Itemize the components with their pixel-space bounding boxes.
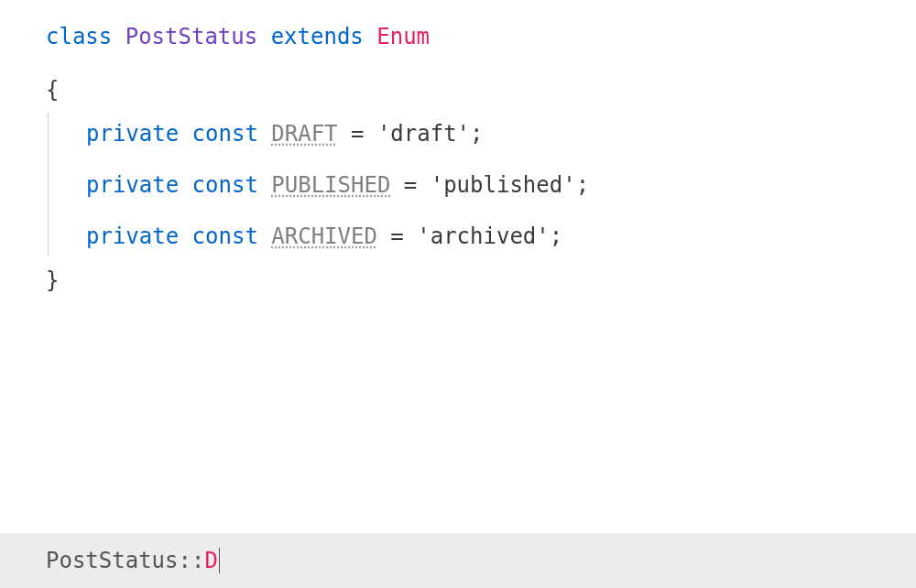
const-keyword: const [192, 117, 258, 150]
const-keyword: const [192, 220, 258, 253]
semicolon-token: ; [576, 169, 589, 201]
string-token: 'draft' [377, 117, 470, 150]
code-editor[interactable]: class PostStatus extends Enum { private … [0, 0, 916, 317]
visibility-keyword: private [86, 117, 179, 150]
close-brace-line[interactable]: } [46, 262, 898, 299]
visibility-keyword: private [86, 169, 179, 201]
typed-class-ref: PostStatus [46, 544, 179, 577]
semicolon-token: ; [470, 117, 483, 150]
const-line[interactable]: private const DRAFT = 'draft'; [46, 108, 898, 159]
close-brace: } [46, 264, 59, 297]
autocomplete-input[interactable]: PostStatus::D [0, 533, 916, 588]
const-line[interactable]: private const ARCHIVED = 'archived'; [46, 211, 898, 262]
const-line[interactable]: private const PUBLISHED = 'published'; [46, 159, 898, 211]
const-name-token: ARCHIVED [271, 220, 377, 253]
semicolon-token: ; [550, 220, 562, 253]
open-brace: { [46, 73, 59, 106]
equals-token: = [377, 220, 417, 253]
string-token: 'archived' [417, 220, 550, 253]
text-cursor [219, 548, 220, 573]
class-body: private const DRAFT = 'draft'; private c… [46, 108, 898, 262]
scope-resolution: :: [179, 544, 205, 577]
class-name-token: PostStatus [125, 20, 258, 53]
class-keyword: class [46, 20, 112, 53]
visibility-keyword: private [86, 220, 179, 253]
typed-character: D [204, 544, 217, 577]
open-brace-line[interactable]: { [46, 71, 898, 108]
class-declaration-line[interactable]: class PostStatus extends Enum [46, 18, 898, 55]
const-name-token: PUBLISHED [271, 169, 390, 201]
equals-token: = [390, 169, 430, 201]
string-token: 'published' [431, 169, 576, 201]
parent-class-token: Enum [376, 20, 430, 53]
const-name-token: DRAFT [271, 117, 337, 150]
equals-token: = [338, 117, 377, 150]
const-keyword: const [192, 169, 258, 201]
extends-keyword: extends [271, 20, 364, 53]
indent-guide [48, 114, 49, 256]
